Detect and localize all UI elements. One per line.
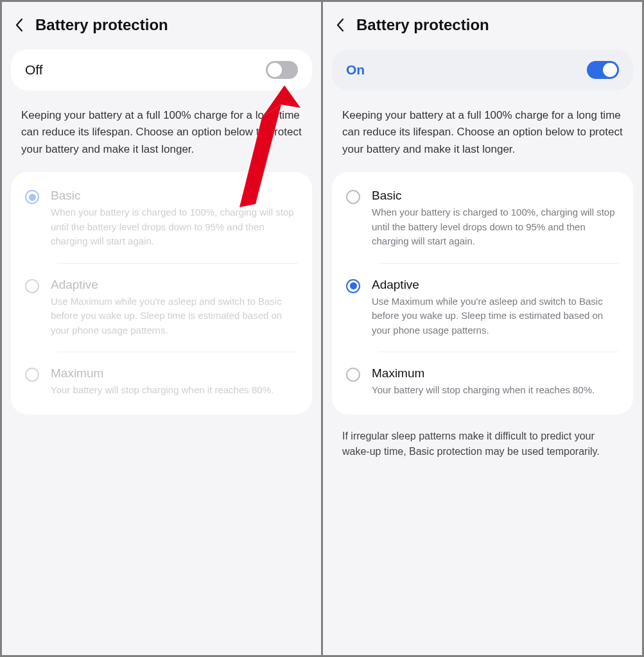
header: Battery protection (323, 2, 642, 46)
description-text: Keeping your battery at a full 100% char… (323, 90, 642, 172)
radio-icon[interactable] (25, 279, 39, 293)
option-title: Maximum (51, 366, 298, 380)
radio-icon[interactable] (25, 190, 39, 204)
footer-note: If irregular sleep patterns make it diff… (323, 414, 642, 475)
option-title: Basic (372, 189, 619, 203)
radio-icon[interactable] (346, 190, 360, 204)
page-title: Battery protection (35, 16, 168, 34)
option-text: Maximum Your battery will stop charging … (51, 366, 298, 398)
master-toggle-row[interactable]: On (332, 49, 633, 90)
option-text: Basic When your battery is charged to 10… (51, 189, 298, 249)
pane-right: Battery protection On Keeping your batte… (323, 2, 642, 655)
options-list: Basic When your battery is charged to 10… (332, 172, 633, 414)
option-maximum[interactable]: Maximum Your battery will stop charging … (11, 352, 312, 412)
option-subtitle: When your battery is charged to 100%, ch… (372, 205, 619, 249)
option-adaptive[interactable]: Adaptive Use Maximum while you're asleep… (332, 264, 633, 352)
option-title: Basic (51, 189, 298, 203)
option-subtitle: When your battery is charged to 100%, ch… (51, 205, 298, 249)
option-subtitle: Use Maximum while you're asleep and swit… (51, 294, 298, 338)
pane-left: Battery protection Off Keeping your batt… (2, 2, 321, 655)
option-text: Maximum Your battery will stop charging … (372, 366, 619, 398)
radio-icon[interactable] (346, 368, 360, 382)
master-toggle-row[interactable]: Off (11, 49, 312, 90)
option-text: Adaptive Use Maximum while you're asleep… (372, 278, 619, 338)
options-list: Basic When your battery is charged to 10… (11, 172, 312, 414)
description-text: Keeping your battery at a full 100% char… (2, 90, 321, 172)
option-maximum[interactable]: Maximum Your battery will stop charging … (332, 352, 633, 412)
option-text: Adaptive Use Maximum while you're asleep… (51, 278, 298, 338)
page-title: Battery protection (356, 16, 489, 34)
back-icon[interactable] (15, 17, 24, 33)
toggle-label: Off (25, 62, 43, 78)
option-subtitle: Your battery will stop charging when it … (372, 383, 619, 398)
radio-icon[interactable] (346, 279, 360, 293)
option-basic[interactable]: Basic When your battery is charged to 10… (11, 175, 312, 263)
back-icon[interactable] (336, 17, 345, 33)
option-adaptive[interactable]: Adaptive Use Maximum while you're asleep… (11, 264, 312, 352)
toggle-switch[interactable] (266, 61, 298, 79)
toggle-label: On (346, 62, 365, 78)
option-subtitle: Use Maximum while you're asleep and swit… (372, 294, 619, 338)
option-title: Adaptive (51, 278, 298, 292)
radio-icon[interactable] (25, 368, 39, 382)
option-text: Basic When your battery is charged to 10… (372, 189, 619, 249)
option-title: Adaptive (372, 278, 619, 292)
header: Battery protection (2, 2, 321, 46)
option-subtitle: Your battery will stop charging when it … (51, 383, 298, 398)
toggle-switch[interactable] (587, 61, 619, 79)
option-title: Maximum (372, 366, 619, 380)
option-basic[interactable]: Basic When your battery is charged to 10… (332, 175, 633, 263)
